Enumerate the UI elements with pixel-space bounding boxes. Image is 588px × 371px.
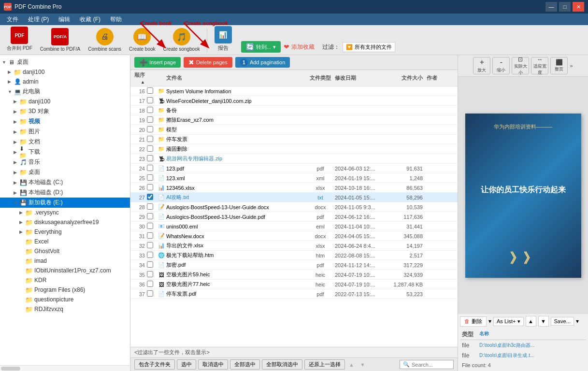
horizontal-scrollbar[interactable] xyxy=(0,365,130,371)
create-book-button[interactable]: 📖 Create book xyxy=(126,27,158,53)
row-check[interactable] xyxy=(147,165,157,172)
restore-selection-button[interactable]: 还原上一选择 xyxy=(304,359,345,370)
file-row[interactable]: 16 📁 System Volume Information xyxy=(130,86,458,96)
full-page-button[interactable]: ⬛ 整页 xyxy=(550,57,568,74)
row-check[interactable] xyxy=(147,136,157,143)
right-file-row[interactable]: file D:\tools\桌面\h3c路由器... xyxy=(460,341,586,350)
tree-item-question[interactable]: 📁 questionpicture xyxy=(0,295,130,304)
delete-file-button[interactable]: 🗑 删除 xyxy=(460,316,487,327)
scrollbar-thumb[interactable] xyxy=(1,367,20,371)
zoom-in-button[interactable]: + 放大 xyxy=(473,57,490,74)
combine-pdf-button[interactable]: PDF 合并到 PDF xyxy=(4,26,35,53)
checkbox-20[interactable] xyxy=(147,126,153,132)
row-check[interactable] xyxy=(147,232,157,240)
minimize-button[interactable]: — xyxy=(545,2,557,12)
file-row[interactable]: 33 🌐 极光下载站帮助.htm htm 2022-08-08 15:... 2… xyxy=(130,251,458,260)
tree-item-excel[interactable]: 📁 Excel xyxy=(0,237,130,246)
checkbox-21[interactable] xyxy=(147,136,153,142)
up-button[interactable]: ▲ xyxy=(526,316,536,327)
tree-item-iobit[interactable]: 📁 IObitUninstaller1Pro_xz7.com xyxy=(0,266,130,275)
row-check[interactable] xyxy=(147,271,157,278)
close-button[interactable]: ✕ xyxy=(573,2,584,12)
row-check[interactable] xyxy=(147,174,157,182)
include-subfolders-button[interactable]: 包含子文件夹 xyxy=(134,359,175,370)
row-check[interactable] xyxy=(147,116,157,124)
tree-item-music[interactable]: ▶ 🎵 音乐 xyxy=(0,157,130,167)
checkbox-17[interactable] xyxy=(147,97,153,103)
save-button[interactable]: Save... xyxy=(551,317,574,326)
zoom-out-button[interactable]: - 缩小 xyxy=(492,57,510,74)
row-check[interactable] xyxy=(147,184,157,191)
tree-item-drive-e[interactable]: ▼ 💾 新加载卷 (E:) xyxy=(0,198,130,208)
down-button[interactable]: ▼ xyxy=(538,316,549,327)
file-row[interactable]: 22 📁 顽固删除 xyxy=(130,144,458,154)
file-row[interactable]: 17 🗜 WiseForceDeleter_danji100.com.zip xyxy=(130,96,458,106)
bookmark-button[interactable]: ❤ 添加收藏 xyxy=(284,43,315,51)
file-row[interactable]: 21 📁 停车发票 xyxy=(130,135,458,144)
row-check[interactable] xyxy=(147,252,157,259)
checkbox-25[interactable] xyxy=(147,174,153,181)
insert-page-button[interactable]: ➕ Insert page xyxy=(134,57,181,68)
transfer-button[interactable]: 🔄 转到... ▾ xyxy=(241,41,281,53)
report-button[interactable]: 📊 报告 xyxy=(211,25,235,53)
menu-help[interactable]: 帮助 xyxy=(105,14,127,25)
checkbox-33[interactable] xyxy=(147,252,153,258)
row-check[interactable] xyxy=(147,97,157,104)
checkbox-29[interactable] xyxy=(147,213,153,219)
checkbox-35[interactable] xyxy=(147,271,153,277)
file-row[interactable]: 26 📊 123456.xlsx xlsx 2024-10-18 16:... … xyxy=(130,183,458,193)
checkbox-19[interactable] xyxy=(147,116,153,123)
file-row-checked[interactable]: 27 📄 AI攻略.txt txt 2024-01-05 15:... 58,2… xyxy=(130,193,458,202)
file-footer[interactable]: <过滤出了一些文件，双击显示> xyxy=(130,347,458,357)
deselect-all-button[interactable]: 全部取消选中 xyxy=(262,359,302,370)
checkbox-24[interactable] xyxy=(147,165,153,171)
file-row[interactable]: 23 🗜 易游网讯专用编辑器.zip xyxy=(130,154,458,164)
delete-pages-button[interactable]: ✖ Delete pages xyxy=(184,57,232,68)
tree-item-ghostvolt[interactable]: 📁 GhostVolt xyxy=(0,246,130,256)
file-row[interactable]: 19 📁 擦除Erase_xz7.com xyxy=(130,115,458,125)
file-row[interactable]: 36 🖼 空极光图片77.heic heic 2024-07-19 10:...… xyxy=(130,280,458,289)
row-check[interactable] xyxy=(147,223,157,230)
row-check[interactable] xyxy=(147,261,157,269)
row-check[interactable] xyxy=(147,155,157,162)
file-row[interactable]: 31 📝 WhatsNew.docx docx 2024-04-05 15:..… xyxy=(130,231,458,241)
file-row[interactable]: 35 🖼 空极光图片59.heic heic 2024-07-19 10:...… xyxy=(130,270,458,280)
row-check[interactable] xyxy=(147,242,157,249)
file-row[interactable]: 34 📄 加密.pdf pdf 2024-11-12 14:... 317,22… xyxy=(130,260,458,270)
deselect-button[interactable]: 取消选中 xyxy=(198,359,228,370)
combine-pdfa-button[interactable]: PDF/A Combine to PDF/A xyxy=(37,27,83,53)
checkbox-34[interactable] xyxy=(147,261,153,268)
tree-item-drive-d[interactable]: ▶ 💾 本地磁盘 (D:) xyxy=(0,187,130,198)
right-file-row[interactable]: file D:\tools\桌面\目录生成.t... xyxy=(460,351,586,360)
checkbox-26[interactable] xyxy=(147,184,153,190)
menu-file[interactable]: 文件 xyxy=(2,14,23,25)
row-check[interactable] xyxy=(147,126,157,133)
file-row[interactable]: 30 📧 unins000.eml eml 2024-11-04 10:... … xyxy=(130,222,458,231)
tree-item-admin[interactable]: ▶ 👤 admin xyxy=(0,77,130,86)
menu-process[interactable]: 处理 (P) xyxy=(23,14,54,25)
tree-item-drive-c[interactable]: ▶ 💾 本地磁盘 (C:) xyxy=(0,177,130,187)
tree-item-imad[interactable]: 📁 imad xyxy=(0,256,130,266)
checkbox-31[interactable] xyxy=(147,232,153,239)
checkbox-28[interactable] xyxy=(147,203,153,210)
menu-edit[interactable]: 编辑 xyxy=(54,14,75,25)
maximize-button[interactable]: □ xyxy=(559,2,571,12)
file-row[interactable]: 32 📊 导出的文件.xlsx xlsx 2024-06-24 8:4... 1… xyxy=(130,241,458,251)
tree-item-diskusage[interactable]: ▶ 📁 diskusageanalyzerfree19 xyxy=(0,217,130,227)
row-check[interactable] xyxy=(147,213,157,220)
tree-item-danji100[interactable]: ▶ 📁 danji100 xyxy=(0,67,130,77)
list-dropdown[interactable]: As List+ ▾ xyxy=(493,317,524,326)
checkbox-22[interactable] xyxy=(147,145,153,152)
tree-item-rdj[interactable]: 📁 RDJifzvxzq xyxy=(0,304,130,314)
checkbox-37[interactable] xyxy=(147,290,153,297)
tree-item-video[interactable]: ▶ 📁 视频 xyxy=(0,116,130,127)
tree-item-danji100-2[interactable]: ▶ 📁 danji100 xyxy=(0,97,130,106)
file-row[interactable]: 29 📄 Auslogics-BoostSpeed-13-User-Guide.… xyxy=(130,212,458,222)
select-all-button[interactable]: 全部选中 xyxy=(230,359,260,370)
tree-item-pictures[interactable]: ▶ 📁 图片 xyxy=(0,127,130,137)
file-row[interactable]: 25 📄 123.xml xml 2024-01-19 15:... 1,248 xyxy=(130,173,458,183)
row-check[interactable] xyxy=(147,107,157,114)
menu-bookmarks[interactable]: 收藏 (F) xyxy=(75,14,105,25)
tree-item-3d[interactable]: ▶ 📁 3D 对象 xyxy=(0,106,130,116)
file-row[interactable]: 37 📄 停车发票.pdf pdf 2022-07-13 15:... 53,2… xyxy=(130,289,458,299)
